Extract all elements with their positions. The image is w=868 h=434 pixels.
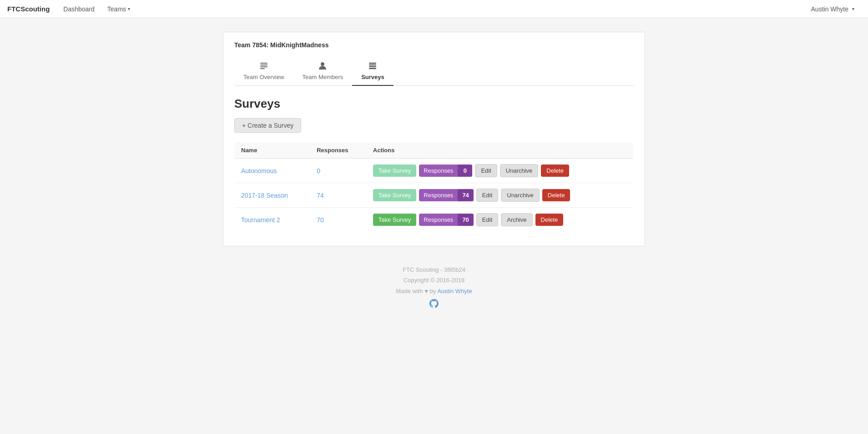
footer: FTC Scouting - 3f85b24 Copyright © 2016-… bbox=[0, 264, 868, 312]
create-survey-button[interactable]: + Create a Survey bbox=[234, 118, 301, 133]
tabs: Team Overview Team Members bbox=[234, 58, 634, 86]
actions-cell-tournament-2: Take Survey Responses 70 Edit Archive De… bbox=[373, 213, 627, 226]
teams-label: Teams bbox=[107, 5, 126, 13]
archive-button-tournament-2[interactable]: Archive bbox=[501, 213, 532, 226]
navbar: FTCScouting Dashboard Teams ▾ Austin Why… bbox=[0, 0, 868, 18]
main-content: Team 7854: MidKnightMadness Team Overvie… bbox=[216, 32, 652, 246]
surveys-table: Name Responses Actions Autonomous 0 Take… bbox=[234, 142, 634, 232]
edit-button-autonomous[interactable]: Edit bbox=[475, 164, 497, 177]
svg-rect-3 bbox=[260, 68, 265, 69]
footer-by: by bbox=[429, 288, 436, 294]
footer-line2: Copyright © 2016-2018 bbox=[0, 275, 868, 285]
take-survey-button-tournament-2[interactable]: Take Survey bbox=[373, 214, 417, 226]
team-card: Team 7854: MidKnightMadness Team Overvie… bbox=[223, 32, 645, 246]
survey-name-link-2017-18-season[interactable]: 2017-18 Season bbox=[241, 192, 288, 199]
footer-author-link[interactable]: Austin Whyte bbox=[437, 288, 472, 294]
col-name: Name bbox=[235, 142, 311, 159]
table-row: Autonomous 0 Take Survey Responses 0 Edi… bbox=[235, 159, 634, 183]
surveys-icon bbox=[368, 61, 377, 72]
edit-button-tournament-2[interactable]: Edit bbox=[476, 213, 498, 226]
survey-responses-link-2017-18-season[interactable]: 74 bbox=[317, 192, 324, 199]
github-icon[interactable] bbox=[429, 299, 439, 308]
team-members-icon bbox=[318, 61, 327, 72]
responses-label-autonomous: Responses bbox=[419, 165, 458, 177]
team-title: Team 7854: MidKnightMadness bbox=[234, 41, 634, 49]
survey-name-link-tournament-2[interactable]: Tournament 2 bbox=[241, 216, 280, 224]
tab-surveys[interactable]: Surveys bbox=[352, 58, 394, 86]
delete-button-tournament-2[interactable]: Delete bbox=[535, 214, 564, 226]
table-row: Tournament 2 70 Take Survey Responses 70… bbox=[235, 208, 634, 232]
team-overview-icon bbox=[259, 61, 268, 72]
edit-button-2017-18-season[interactable]: Edit bbox=[476, 189, 498, 202]
svg-point-4 bbox=[321, 62, 324, 66]
svg-rect-2 bbox=[260, 66, 267, 67]
survey-responses-link-autonomous[interactable]: 0 bbox=[317, 167, 320, 175]
delete-button-autonomous[interactable]: Delete bbox=[541, 165, 569, 177]
user-dropdown-arrow: ▾ bbox=[852, 6, 854, 11]
user-menu[interactable]: Austin Whyte ▾ bbox=[805, 0, 861, 18]
svg-rect-5 bbox=[369, 63, 376, 64]
tab-team-overview-label: Team Overview bbox=[243, 74, 284, 80]
svg-rect-7 bbox=[369, 66, 376, 67]
responses-label-tournament-2: Responses bbox=[419, 214, 458, 226]
tab-team-members-label: Team Members bbox=[303, 74, 343, 80]
unarchive-button-autonomous[interactable]: Unarchive bbox=[500, 164, 539, 177]
svg-rect-6 bbox=[369, 65, 376, 65]
responses-button-autonomous[interactable]: Responses 0 bbox=[419, 165, 472, 177]
navbar-item-teams[interactable]: Teams ▾ bbox=[101, 0, 136, 18]
footer-made-with: Made with bbox=[396, 288, 423, 294]
tab-surveys-label: Surveys bbox=[361, 74, 384, 80]
tab-team-overview[interactable]: Team Overview bbox=[234, 58, 293, 86]
heart-icon: ♥ bbox=[424, 288, 428, 294]
take-survey-button-2017-18-season[interactable]: Take Survey bbox=[373, 189, 417, 201]
footer-line1: FTC Scouting - 3f85b24 bbox=[0, 264, 868, 275]
survey-responses-link-tournament-2[interactable]: 70 bbox=[317, 216, 324, 224]
delete-button-2017-18-season[interactable]: Delete bbox=[542, 189, 570, 201]
svg-rect-0 bbox=[260, 63, 267, 64]
responses-badge-tournament-2: 70 bbox=[458, 214, 473, 226]
responses-button-2017-18-season[interactable]: Responses 74 bbox=[419, 189, 474, 201]
responses-badge-autonomous: 0 bbox=[458, 165, 472, 177]
teams-dropdown-arrow: ▾ bbox=[128, 6, 130, 11]
col-responses: Responses bbox=[310, 142, 367, 159]
svg-rect-8 bbox=[369, 68, 376, 69]
page-heading: Surveys bbox=[234, 97, 634, 111]
unarchive-button-2017-18-season[interactable]: Unarchive bbox=[501, 189, 540, 202]
take-survey-button-autonomous[interactable]: Take Survey bbox=[373, 165, 417, 177]
footer-line3: Made with ♥ by Austin Whyte bbox=[0, 286, 868, 296]
actions-cell-autonomous: Take Survey Responses 0 Edit Unarchive D… bbox=[373, 164, 627, 177]
responses-label-2017-18-season: Responses bbox=[419, 189, 458, 201]
navbar-item-dashboard[interactable]: Dashboard bbox=[57, 0, 101, 18]
svg-rect-1 bbox=[260, 65, 267, 65]
user-name: Austin Whyte bbox=[811, 5, 848, 13]
survey-name-link-autonomous[interactable]: Autonomous bbox=[241, 167, 277, 175]
tab-team-members[interactable]: Team Members bbox=[293, 58, 353, 86]
responses-badge-2017-18-season: 74 bbox=[458, 189, 473, 201]
brand[interactable]: FTCScouting bbox=[7, 5, 50, 13]
responses-button-tournament-2[interactable]: Responses 70 bbox=[419, 214, 474, 226]
table-row: 2017-18 Season 74 Take Survey Responses … bbox=[235, 183, 634, 208]
actions-cell-2017-18-season: Take Survey Responses 74 Edit Unarchive … bbox=[373, 189, 627, 202]
col-actions: Actions bbox=[367, 142, 634, 159]
